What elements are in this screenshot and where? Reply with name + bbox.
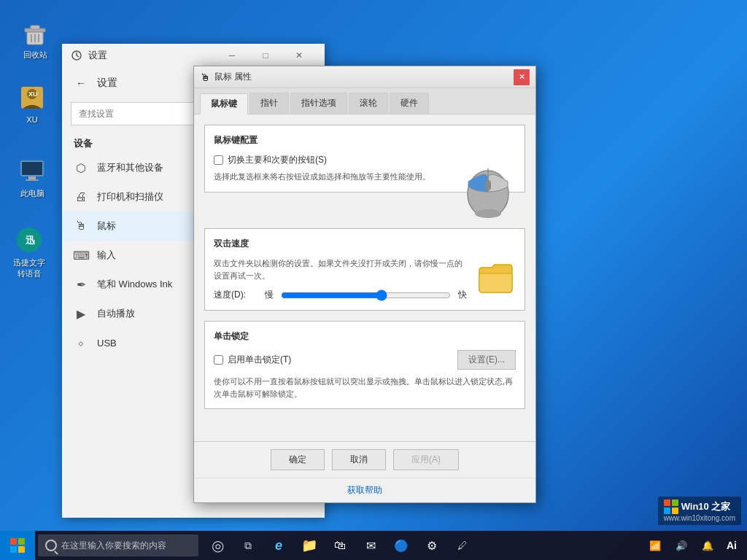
speed-slider-row: 速度(D): 慢 快 [214, 289, 467, 301]
svg-rect-18 [485, 180, 491, 190]
tab-hardware[interactable]: 硬件 [390, 93, 429, 114]
settings-close-btn[interactable]: ✕ [282, 44, 316, 67]
win10-brand-text: Win10 之家 [681, 500, 731, 513]
double-click-desc: 双击文件夹以检测你的设置。如果文件夹没打开或关闭，请你慢一点的设置再试一次。 [214, 257, 516, 281]
tab-wheel[interactable]: 滚轮 [349, 93, 388, 114]
dialog-tabs: 鼠标键 指针 指针选项 滚轮 硬件 [194, 88, 535, 114]
dialog-help-link[interactable]: 获取帮助 [194, 478, 535, 502]
settings-back-btn[interactable]: ← [71, 73, 91, 93]
primary-secondary-label: 切换主要和次要的按钮(S) [228, 154, 327, 166]
svg-rect-12 [26, 179, 39, 181]
taskbar-misc-btn[interactable]: 🖊 [448, 531, 477, 560]
dialog-content: 鼠标键配置 [194, 114, 535, 441]
taskbar-cortana-btn[interactable]: ◎ [203, 531, 232, 560]
desktop: 回收站 XU XU 此电脑 迅 [0, 0, 747, 560]
single-click-section: 单击锁定 启用单击锁定(T) 设置(E)... 使你可以不用一直按着鼠标按钮就可… [204, 321, 525, 409]
input-label: 输入 [97, 249, 116, 262]
dialog-footer: 确定 取消 应用(A) [194, 441, 535, 478]
primary-secondary-checkbox-label[interactable]: 切换主要和次要的按钮(S) [214, 154, 452, 166]
svg-rect-2 [31, 26, 39, 29]
dialog-title: 鼠标 属性 [214, 71, 514, 83]
taskbar-mail-btn[interactable]: ✉ [356, 531, 385, 560]
taskbar-taskview-btn[interactable]: ⧉ [233, 531, 263, 560]
app-label: 迅捷文字转语音 [10, 257, 48, 279]
taskbar-app2-btn[interactable]: 🔵 [387, 531, 416, 560]
bluetooth-label: 蓝牙和其他设备 [97, 161, 163, 174]
windows-logo-icon [664, 499, 678, 514]
taskbar-search-icon [45, 540, 57, 551]
settings-nav-title: 设置 [97, 77, 117, 90]
keyboard-icon: ⌨ [74, 248, 88, 262]
taskbar-system-tray: 📶 🔊 🔔 Ai [643, 531, 747, 560]
settings-titlebar-icon [71, 50, 82, 61]
dialog-close-btn[interactable]: ✕ [514, 69, 530, 85]
primary-secondary-checkbox[interactable] [214, 155, 223, 165]
svg-point-19 [475, 209, 501, 218]
desktop-icon-recycle[interactable]: 回收站 [13, 15, 57, 63]
taskbar-search-box[interactable]: 在这里输入你要搜索的内容 [38, 534, 198, 556]
printer-icon: 🖨 [74, 190, 88, 204]
computer-label: 此电脑 [20, 188, 44, 199]
start-button[interactable] [0, 531, 35, 560]
desktop-icon-computer[interactable]: 此电脑 [10, 153, 54, 202]
mouse-illustration [461, 154, 516, 219]
desktop-icon-user[interactable]: XU XU [10, 80, 54, 127]
usb-label: USB [97, 338, 117, 349]
single-click-desc: 使你可以不用一直按着鼠标按钮就可以突出显示或拖拽。单击鼠标以进入锁定状态,再次单… [214, 376, 516, 400]
speed-slider[interactable] [281, 289, 451, 301]
taskbar-explorer-btn[interactable]: 📁 [295, 531, 324, 560]
mouse-label: 鼠标 [97, 219, 116, 233]
taskbar-store-btn[interactable]: 🛍 [325, 531, 355, 560]
dialog-titlebar: 🖱 鼠标 属性 ✕ [194, 66, 535, 88]
taskbar-quick-icons: ◎ ⧉ e 📁 🛍 ✉ 🔵 ⚙ 🖊 [203, 531, 477, 560]
bluetooth-icon: ⬡ [74, 160, 88, 175]
single-click-label: 启用单击锁定(T) [228, 354, 291, 366]
speed-slider-container[interactable] [281, 289, 451, 301]
double-click-section: 双击速度 双击文件夹以检测你的设置。如果文件夹没打开或关闭，请你慢一点的设置再试… [204, 228, 525, 311]
settings-title: 设置 [88, 49, 107, 62]
settings-minimize-btn[interactable]: ─ [215, 44, 249, 67]
pen-icon: ✒ [74, 277, 88, 292]
tray-volume-icon[interactable]: 🔊 [670, 531, 693, 560]
start-logo-icon [10, 538, 25, 553]
pen-label: 笔和 Windows Ink [97, 278, 172, 291]
fast-label: 快 [458, 289, 467, 301]
svg-text:迅: 迅 [26, 235, 36, 246]
taskbar: 在这里输入你要搜索的内容 ◎ ⧉ e 📁 🛍 ✉ 🔵 ⚙ 🖊 📶 🔊 🔔 Ai [0, 531, 747, 560]
desktop-icon-app[interactable]: 迅 迅捷文字转语音 [7, 222, 51, 282]
dialog-mouse-icon: 🖱 [200, 71, 210, 83]
dialog-cancel-btn[interactable]: 取消 [332, 449, 386, 470]
tab-pointers[interactable]: 指针 [249, 93, 289, 114]
tray-network-icon[interactable]: 📶 [643, 531, 667, 560]
slow-label: 慢 [265, 289, 274, 301]
autoplay-icon: ▶ [74, 306, 88, 321]
tray-notification-icon[interactable]: 🔔 [696, 531, 719, 560]
settings-titlebar: 设置 ─ □ ✕ [62, 44, 325, 67]
single-click-checkbox[interactable] [214, 355, 223, 365]
taskbar-edge-btn[interactable]: e [264, 531, 293, 560]
dialog-ok-btn[interactable]: 确定 [271, 449, 325, 470]
taskbar-search-placeholder: 在这里输入你要搜索的内容 [61, 540, 166, 552]
autoplay-label: 自动播放 [97, 307, 135, 320]
tray-ime-indicator[interactable]: Ai [722, 540, 741, 551]
win10-url: www.win10xitong.com [664, 514, 735, 522]
folder-illustration [476, 257, 516, 298]
single-click-title: 单击锁定 [214, 330, 516, 343]
svg-rect-10 [22, 162, 42, 175]
single-click-settings-btn[interactable]: 设置(E)... [457, 350, 516, 370]
user-label: XU [26, 115, 37, 124]
speed-label: 速度(D): [214, 289, 258, 301]
taskbar-settings-btn[interactable]: ⚙ [417, 531, 446, 560]
svg-text:XU: XU [28, 90, 38, 98]
dialog-apply-btn[interactable]: 应用(A) [393, 449, 459, 470]
mouse-icon: 🖱 [74, 219, 88, 233]
win10-watermark: Win10 之家 www.win10xitong.com [658, 497, 741, 525]
svg-rect-11 [28, 176, 36, 179]
mouse-properties-dialog: 🖱 鼠标 属性 ✕ 鼠标键 指针 指针选项 滚轮 硬件 鼠标键配置 [193, 66, 536, 503]
tab-buttons[interactable]: 鼠标键 [200, 93, 248, 114]
tab-pointer-options[interactable]: 指针选项 [290, 93, 347, 114]
usb-icon: ⬦ [74, 335, 88, 350]
printer-label: 打印机和扫描仪 [97, 190, 163, 203]
single-click-checkbox-label[interactable]: 启用单击锁定(T) [214, 354, 291, 366]
settings-maximize-btn[interactable]: □ [249, 44, 282, 67]
